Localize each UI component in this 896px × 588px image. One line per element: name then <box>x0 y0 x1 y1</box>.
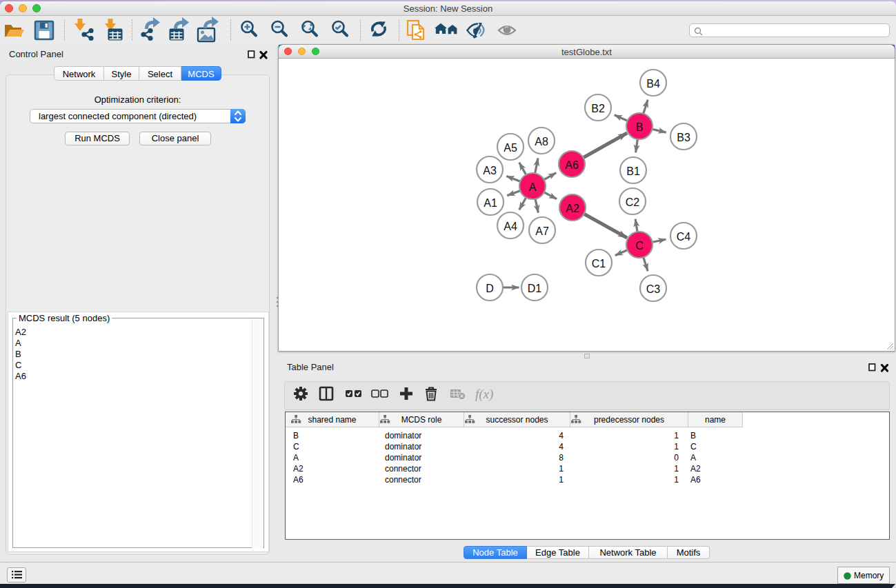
svg-text:C1: C1 <box>592 258 606 270</box>
svg-text:B4: B4 <box>646 78 660 90</box>
svg-text:B: B <box>636 121 644 133</box>
svg-text:A5: A5 <box>504 142 517 154</box>
svg-text:A6: A6 <box>565 159 579 171</box>
svg-text:B2: B2 <box>591 103 605 114</box>
svg-text:C: C <box>635 240 644 252</box>
svg-text:A2: A2 <box>566 203 579 214</box>
svg-text:f(x): f(x) <box>475 387 493 402</box>
svg-text:D: D <box>486 283 494 294</box>
svg-text:A3: A3 <box>483 165 497 176</box>
svg-text:A7: A7 <box>535 225 549 237</box>
svg-text:A4: A4 <box>504 221 517 232</box>
svg-text:A8: A8 <box>535 136 548 148</box>
svg-text:C2: C2 <box>626 196 640 208</box>
svg-text:C4: C4 <box>677 231 691 243</box>
svg-text:D1: D1 <box>528 283 542 294</box>
svg-text:B3: B3 <box>677 132 690 143</box>
svg-text:B1: B1 <box>626 165 640 177</box>
svg-text:C3: C3 <box>646 283 661 295</box>
svg-text:A1: A1 <box>484 197 497 209</box>
svg-text:A: A <box>529 181 537 193</box>
